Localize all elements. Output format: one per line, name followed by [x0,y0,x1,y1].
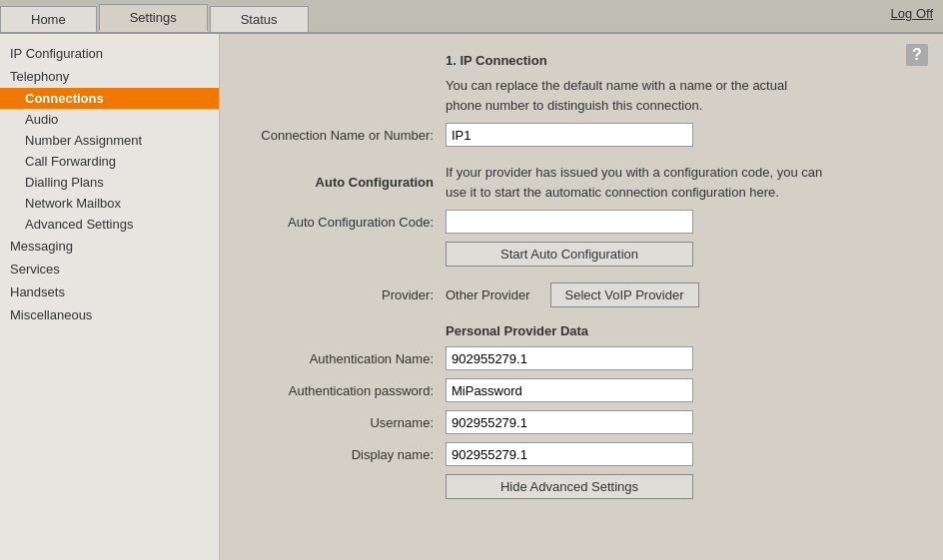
auth-name-label: Authentication Name: [240,342,440,374]
info-text-spacer [240,72,440,119]
logoff-button[interactable]: Log Off [891,6,933,21]
display-name-label: Display name: [240,438,440,470]
auto-config-code-label: Auto Configuration Code: [240,206,440,238]
other-provider-label: Other Provider [446,287,530,302]
hide-advanced-cell: Hide Advanced Settings [440,470,923,503]
start-auto-config-button[interactable]: Start Auto Configuration [446,242,693,267]
form-table: 1. IP Connection You can replace the def… [240,49,923,503]
auto-config-label: Auto Configuration [240,151,440,206]
username-cell [440,406,923,438]
top-tab-bar: Home Settings Status Log Off [0,0,943,34]
auth-name-cell [440,342,923,374]
display-name-input[interactable] [446,442,693,466]
provider-cell: Other Provider Select VoIP Provider [440,271,923,311]
sidebar-item-connections[interactable]: Connections [0,88,219,109]
main-layout: IP Configuration Telephony Connections A… [0,34,943,560]
provider-label: Provider: [240,271,440,311]
auto-config-code-input[interactable] [446,210,693,234]
username-input[interactable] [446,410,693,434]
connection-name-input[interactable] [446,123,693,147]
hide-advanced-spacer [240,470,440,503]
sidebar-item-advanced-settings[interactable]: Advanced Settings [0,214,219,235]
auto-config-info: If your provider has issued you with a c… [440,151,923,206]
sidebar-item-dialling-plans[interactable]: Dialling Plans [0,172,219,193]
display-name-cell [440,438,923,470]
start-auto-config-spacer [240,238,440,271]
section-title: 1. IP Connection [440,49,923,72]
auth-password-label: Authentication password: [240,374,440,406]
content-area: ? 1. IP Connection You can replace the d… [220,34,943,560]
tab-status[interactable]: Status [210,6,309,32]
hide-advanced-settings-button[interactable]: Hide Advanced Settings [446,474,693,499]
sidebar-item-miscellaneous[interactable]: Miscellaneous [0,303,219,326]
connection-name-cell [440,119,923,151]
sidebar: IP Configuration Telephony Connections A… [0,34,220,560]
sidebar-item-ip-configuration[interactable]: IP Configuration [0,42,219,65]
select-voip-provider-button[interactable]: Select VoIP Provider [550,282,699,307]
personal-provider-spacer [240,311,440,342]
auth-name-input[interactable] [446,346,693,370]
connection-name-label: Connection Name or Number: [240,119,440,151]
section-title-label [240,49,440,72]
sidebar-item-network-mailbox[interactable]: Network Mailbox [0,193,219,214]
auto-config-code-cell [440,206,923,238]
start-auto-config-cell: Start Auto Configuration [440,238,923,271]
tab-settings[interactable]: Settings [99,4,208,32]
sidebar-item-messaging[interactable]: Messaging [0,235,219,258]
auth-password-cell [440,374,923,406]
tab-home[interactable]: Home [0,6,97,32]
sidebar-item-number-assignment[interactable]: Number Assignment [0,130,219,151]
sidebar-section-telephony[interactable]: Telephony [0,65,219,88]
sidebar-item-call-forwarding[interactable]: Call Forwarding [0,151,219,172]
provider-row: Other Provider Select VoIP Provider [446,282,917,307]
sidebar-item-audio[interactable]: Audio [0,109,219,130]
username-label: Username: [240,406,440,438]
ip-connection-info: You can replace the default name with a … [440,72,923,119]
auth-password-input[interactable] [446,378,693,402]
personal-provider-title: Personal Provider Data [440,311,923,342]
sidebar-item-handsets[interactable]: Handsets [0,280,219,303]
sidebar-item-services[interactable]: Services [0,258,219,280]
help-icon[interactable]: ? [906,44,928,66]
